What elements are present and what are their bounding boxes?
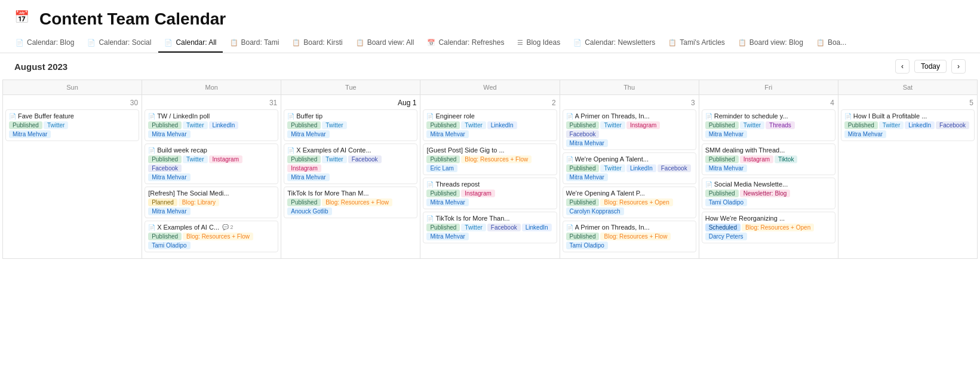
person-engineer: Mitra Mehvar — [426, 130, 553, 138]
person-fave-buffer: Mitra Mehvar — [9, 130, 136, 138]
card-reorg[interactable]: How We're Reorganizing ... Scheduled Blo… — [702, 212, 835, 243]
card-buffer-tip[interactable]: 📄 Buffer tip Published Twitter Mitra Meh… — [284, 109, 417, 141]
card-x-examples-tue[interactable]: 📄 X Examples of AI Conte... Published Tw… — [284, 143, 417, 184]
tag-blog: Blog: Resources + Flow — [600, 233, 671, 240]
person-smm: Mitra Mehvar — [705, 164, 832, 172]
tags-buffer-tip: Published Twitter — [287, 121, 414, 129]
tab-board-tami[interactable]: 📋 Board: Tami — [224, 33, 285, 53]
person-threads-repost: Mitra Mehvar — [426, 198, 553, 206]
card-title-reorg: How We're Reorganizing ... — [705, 215, 832, 222]
person-tag: Tami Oladipo — [148, 242, 190, 249]
tab-icon-newsletters: 📄 — [573, 39, 582, 47]
card-tw-linkedin-poll[interactable]: 📄 TW / LinkedIn poll Published Twitter L… — [145, 109, 278, 141]
card-guest-post[interactable]: [Guest Post] Side Gig to ... Published B… — [423, 143, 557, 175]
person-tiktok-wed: Mitra Mehvar — [426, 233, 553, 240]
card-tiktok-tue[interactable]: TikTok Is for More Than M... Published B… — [284, 187, 417, 218]
person-tag: Mitra Mehvar — [148, 207, 190, 215]
person-reminder: Mitra Mehvar — [705, 130, 832, 138]
tag-published: Published — [9, 121, 42, 129]
today-button[interactable]: Today — [914, 60, 947, 73]
card-fave-buffer[interactable]: 📄 Fave Buffer feature Published Twitter … — [5, 109, 139, 141]
tab-icon-all: 📄 — [164, 39, 173, 47]
card-opening-talent-p[interactable]: We're Opening A Talent P... Published Bl… — [563, 187, 696, 218]
card-smm-threads[interactable]: SMM dealing with Thread... Published Ins… — [702, 143, 835, 175]
tab-calendar-all[interactable]: 📄 Calendar: All — [158, 33, 222, 53]
tag-facebook: Facebook — [348, 155, 382, 163]
tab-board-view-blog[interactable]: 📋 Board view: Blog — [732, 33, 809, 53]
day-num-31: 31 — [145, 99, 278, 107]
tag-published: Published — [426, 121, 460, 129]
card-engineer-role[interactable]: 📄 Engineer role Published Twitter Linked… — [423, 109, 557, 141]
card-title-threads-repost: 📄 Threads repost — [426, 181, 553, 188]
person-tag: Mitra Mehvar — [287, 173, 329, 181]
tag-blog: Blog: Resources + Open — [742, 224, 814, 231]
tags-tiktok-wed: Published Twitter Facebook LinkedIn — [426, 224, 553, 231]
card-refresh-social[interactable]: [Refresh] The Social Medi... Planned Blo… — [145, 187, 278, 218]
card-primer-threads[interactable]: 📄 A Primer on Threads, In... Published T… — [563, 109, 696, 150]
tab-icon-refreshes: 📅 — [427, 39, 435, 47]
doc-icon: 📄 — [705, 113, 712, 120]
doc-icon: 📄 — [844, 113, 852, 120]
tag-published: Published — [705, 121, 739, 129]
day-cell-sun-30: 30 📄 Fave Buffer feature Published Twitt… — [3, 95, 142, 259]
tab-board-kirsti[interactable]: 📋 Board: Kirsti — [286, 33, 348, 53]
card-title-tiktok-tue: TikTok Is for More Than M... — [287, 190, 414, 197]
card-primer-threads-2[interactable]: 📄 A Primer on Threads, In... Published B… — [563, 221, 696, 252]
tag-linkedin: LinkedIn — [522, 224, 552, 231]
card-x-examples-mon[interactable]: 📄 X Examples of AI C... 💬 2 Published Bl… — [145, 221, 278, 252]
person-tw: Mitra Mehvar — [148, 130, 275, 138]
tags-x-tue: Published Twitter Facebook Instagram — [287, 155, 414, 172]
tab-board-view-all[interactable]: 📋 Board view: All — [350, 33, 420, 53]
person-refresh: Mitra Mehvar — [148, 207, 275, 215]
doc-icon: 📄 — [566, 224, 573, 231]
month-title: August 2023 — [14, 62, 67, 72]
person-build: Mitra Mehvar — [148, 173, 275, 181]
tab-boa[interactable]: 📋 Boa... — [810, 33, 852, 53]
person-tag: Mitra Mehvar — [426, 130, 468, 138]
doc-icon: 📄 — [705, 181, 712, 188]
tab-calendar-refreshes[interactable]: 📅 Calendar: Refreshes — [421, 33, 510, 53]
tab-blog-ideas[interactable]: ☰ Blog Ideas — [511, 33, 566, 53]
card-opening-talent-thu[interactable]: 📄 We're Opening A Talent... Published Tw… — [563, 152, 696, 184]
person-tag: Eric Lam — [426, 164, 457, 172]
tab-calendar-newsletters[interactable]: 📄 Calendar: Newsletters — [567, 33, 661, 53]
tag-facebook: Facebook — [936, 121, 969, 129]
card-reminder-schedule[interactable]: 📄 Reminder to schedule y... Published Tw… — [702, 109, 835, 141]
card-build-week[interactable]: 📄 Build week recap Published Twitter Ins… — [145, 143, 278, 184]
person-tag: Tami Oladipo — [566, 242, 608, 249]
card-title-primer-2: 📄 A Primer on Threads, In... — [566, 224, 693, 231]
tag-newsletter: Newsletter: Blog — [740, 190, 791, 197]
day-num-2: 2 — [423, 99, 557, 107]
tag-linkedin: LinkedIn — [905, 121, 935, 129]
card-title-buffer-tip: 📄 Buffer tip — [287, 112, 414, 120]
card-social-newsletter[interactable]: 📄 Social Media Newslette... Published Ne… — [702, 178, 835, 209]
doc-icon: 📄 — [9, 113, 16, 120]
tab-tami-articles[interactable]: 📋 Tami's Articles — [662, 33, 731, 53]
tags-opening-p: Published Blog: Resources + Open — [566, 198, 693, 206]
tab-icon-boa: 📋 — [816, 39, 825, 47]
card-threads-repost[interactable]: 📄 Threads repost Published Instagram Mit… — [423, 178, 557, 209]
tags-built: Published Twitter LinkedIn Facebook — [844, 121, 971, 129]
day-cell-mon-31: 31 📄 TW / LinkedIn poll Published Twitte… — [142, 95, 281, 259]
tag-published: Published — [287, 155, 321, 163]
next-button[interactable]: › — [951, 59, 966, 74]
tag-instagram: Instagram — [626, 121, 660, 129]
person-x-mon: Tami Oladipo — [148, 242, 275, 249]
doc-icon: 📄 — [148, 224, 155, 231]
day-header-tue: Tue — [281, 80, 420, 95]
card-how-i-built[interactable]: 📄 How I Built a Profitable ... Published… — [841, 109, 975, 141]
card-title-primer: 📄 A Primer on Threads, In... — [566, 112, 693, 120]
tab-calendar-blog[interactable]: 📄 Calendar: Blog — [10, 33, 80, 53]
comment-badge: 💬 2 — [222, 224, 234, 230]
day-cell-tue-1: Aug 1 📄 Buffer tip Published Twitter Mit… — [281, 95, 420, 259]
tag-published: Published — [566, 121, 600, 129]
tag-tiktok: Tiktok — [775, 155, 797, 163]
tag-linkedin: LinkedIn — [487, 121, 517, 129]
tab-calendar-social[interactable]: 📄 Calendar: Social — [81, 33, 157, 53]
tag-published: Published — [566, 198, 600, 206]
tab-icon-board-all: 📋 — [356, 39, 364, 47]
card-tiktok-wed[interactable]: 📄 TikTok Is for More Than... Published T… — [423, 212, 557, 243]
tags-guest: Published Blog: Resources + Flow — [426, 155, 553, 163]
prev-button[interactable]: ‹ — [895, 59, 910, 74]
person-social-nl: Tami Oladipo — [705, 198, 832, 206]
